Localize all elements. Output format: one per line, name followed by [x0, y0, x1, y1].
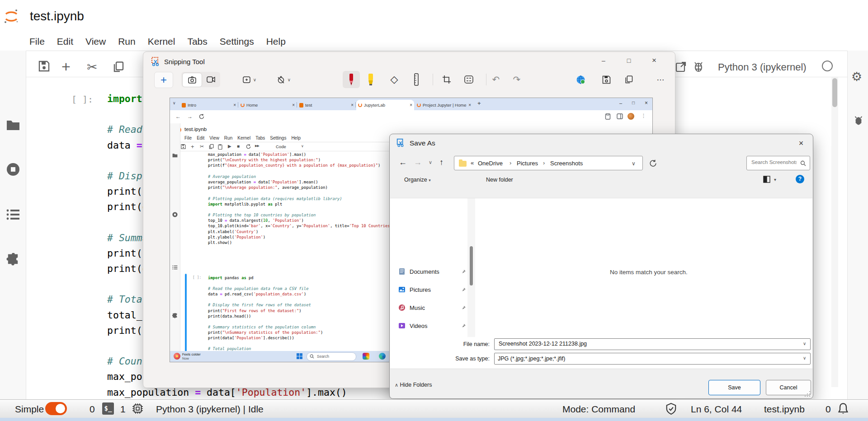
- browser-tab-jupyterlab[interactable]: JupyterLab×: [356, 100, 414, 110]
- inner-menu-kernel[interactable]: Kernel: [237, 136, 250, 140]
- breadcrumb-item-screenshots[interactable]: Screenshots: [550, 160, 583, 167]
- debugger-icon[interactable]: [693, 61, 704, 72]
- tab-close-icon[interactable]: ×: [351, 103, 354, 108]
- inner-run-all-icon[interactable]: ▶▶: [255, 144, 259, 148]
- browser-minimize-icon[interactable]: –: [619, 100, 622, 106]
- maximize-button[interactable]: □: [619, 53, 639, 68]
- tab-close-icon[interactable]: ×: [233, 103, 236, 108]
- inner-copy-icon[interactable]: [209, 144, 214, 149]
- tab-close-icon[interactable]: ×: [468, 103, 471, 108]
- downloads-icon[interactable]: [605, 113, 611, 120]
- menu-edit[interactable]: Edit: [57, 36, 73, 47]
- cursor-position[interactable]: Ln 6, Col 44: [691, 404, 742, 415]
- browser-forward-icon[interactable]: →: [187, 113, 193, 120]
- inner-toc-icon[interactable]: [172, 265, 178, 270]
- extensions-icon[interactable]: [6, 253, 20, 267]
- add-cell-button[interactable]: +: [61, 58, 71, 75]
- menu-file[interactable]: File: [29, 36, 45, 47]
- file-browser-icon[interactable]: [6, 119, 20, 131]
- kernel-name[interactable]: Python 3 (ipykernel): [718, 61, 807, 73]
- tab-close-icon[interactable]: ×: [292, 103, 295, 108]
- nav-up-icon[interactable]: ↑: [439, 158, 443, 167]
- organize-button[interactable]: Organize ▾: [404, 177, 431, 183]
- taskbar-search-box[interactable]: Search: [307, 352, 356, 361]
- new-folder-button[interactable]: New folder: [486, 177, 513, 183]
- inner-menu-view[interactable]: View: [209, 136, 219, 140]
- save-type-chevron-icon[interactable]: ∨: [803, 356, 806, 360]
- sidebar-item-pictures[interactable]: Pictures: [398, 281, 466, 299]
- windows-start-icon[interactable]: [297, 353, 302, 359]
- breadcrumb-chevron-icon[interactable]: ›: [509, 159, 511, 166]
- search-input[interactable]: [750, 159, 797, 165]
- scrollbar-thumb[interactable]: [832, 78, 837, 107]
- inner-cell-type-chevron-icon[interactable]: ∨: [301, 144, 304, 148]
- weather-text-2[interactable]: Now: [182, 356, 189, 360]
- menu-kernel[interactable]: Kernel: [148, 36, 175, 47]
- browser-tab-intro[interactable]: Intro×: [180, 100, 238, 110]
- debugger-sidebar-icon[interactable]: [853, 115, 864, 126]
- taskbar-app-icon-2[interactable]: [379, 353, 386, 360]
- video-mode-button[interactable]: [202, 73, 219, 86]
- dialog-close-button[interactable]: ×: [792, 136, 810, 150]
- inner-cell-type-dropdown[interactable]: Code: [276, 144, 286, 149]
- inner-menu-run[interactable]: Run: [224, 136, 232, 140]
- crop-button[interactable]: [440, 72, 453, 87]
- weather-icon[interactable]: [174, 353, 180, 360]
- browser-maximize-icon[interactable]: □: [632, 100, 635, 105]
- menu-tabs[interactable]: Tabs: [187, 36, 207, 47]
- browser-reload-icon[interactable]: [199, 114, 204, 119]
- sidebar-scrollbar-thumb[interactable]: [470, 246, 473, 285]
- copy-snip-button[interactable]: [623, 72, 635, 87]
- breadcrumb-item-onedrive[interactable]: OneDrive: [478, 160, 503, 167]
- photo-mode-button[interactable]: [182, 73, 202, 87]
- property-inspector-gear-icon[interactable]: ⚙: [851, 70, 862, 84]
- inner-save-icon[interactable]: [181, 144, 186, 149]
- file-name-combo[interactable]: ∨: [494, 338, 811, 350]
- kernel-status-text[interactable]: Python 3 (ipykernel) | Idle: [156, 404, 264, 415]
- highlighter-button[interactable]: [365, 73, 377, 86]
- inner-file-browser-icon[interactable]: [172, 153, 178, 158]
- inner-menu-edit[interactable]: Edit: [197, 136, 204, 140]
- inner-run-icon[interactable]: ▶: [228, 144, 231, 149]
- breadcrumb-item-pictures[interactable]: Pictures: [517, 160, 538, 167]
- refresh-icon[interactable]: [649, 159, 657, 167]
- inner-menu-help[interactable]: Help: [291, 136, 301, 140]
- sidebar-item-music[interactable]: Music: [398, 299, 466, 317]
- inner-extensions-icon[interactable]: [172, 313, 178, 318]
- visual-search-button[interactable]: [574, 72, 587, 87]
- inner-restart-icon[interactable]: [246, 144, 251, 149]
- bell-icon[interactable]: [837, 402, 849, 415]
- browser-tab-test[interactable]: test×: [297, 100, 355, 110]
- notebook-scrollbar[interactable]: [831, 77, 838, 387]
- tab-close-icon[interactable]: ×: [410, 103, 412, 108]
- browser-tab-project-jupyter-home[interactable]: Project Jupyter | Home×: [415, 100, 473, 110]
- eraser-button[interactable]: ◇: [388, 72, 401, 87]
- sidebar-item-videos[interactable]: Videos: [398, 317, 466, 335]
- minimize-button[interactable]: –: [594, 53, 613, 68]
- more-options-button[interactable]: …: [654, 70, 667, 85]
- close-button[interactable]: ×: [644, 53, 664, 68]
- browser-menu-icon[interactable]: ⋮: [641, 113, 646, 119]
- undo-button[interactable]: ↶: [490, 72, 502, 87]
- ballpoint-pen-button[interactable]: [345, 73, 357, 86]
- snip-shape-dropdown[interactable]: ∨: [236, 73, 263, 86]
- ruler-button[interactable]: [410, 72, 423, 87]
- menu-run[interactable]: Run: [118, 36, 136, 47]
- inner-add-cell-icon[interactable]: +: [191, 143, 194, 150]
- open-in-jupyterlab-icon[interactable]: [675, 61, 686, 72]
- kernel-status-circle[interactable]: [822, 61, 833, 71]
- menu-view[interactable]: View: [85, 36, 106, 47]
- taskbar-app-icon-1[interactable]: [363, 353, 369, 360]
- menu-settings[interactable]: Settings: [220, 36, 254, 47]
- nav-forward-icon[interactable]: →: [414, 158, 422, 167]
- table-of-contents-icon[interactable]: [6, 209, 20, 220]
- browser-back-icon[interactable]: ←: [175, 113, 181, 120]
- redo-button[interactable]: ↷: [510, 72, 523, 87]
- save-type-combo[interactable]: JPG (*.jpg;*.jpeg;*.jpe;*.jfif) ∨: [494, 353, 811, 365]
- file-name-chevron-icon[interactable]: ∨: [803, 341, 806, 346]
- weather-text-1[interactable]: Feels colder: [182, 352, 201, 356]
- side-panel-icon[interactable]: [617, 113, 623, 119]
- file-name-input[interactable]: [498, 340, 789, 347]
- new-snip-button[interactable]: +: [154, 72, 173, 88]
- nav-back-icon[interactable]: ←: [399, 158, 407, 167]
